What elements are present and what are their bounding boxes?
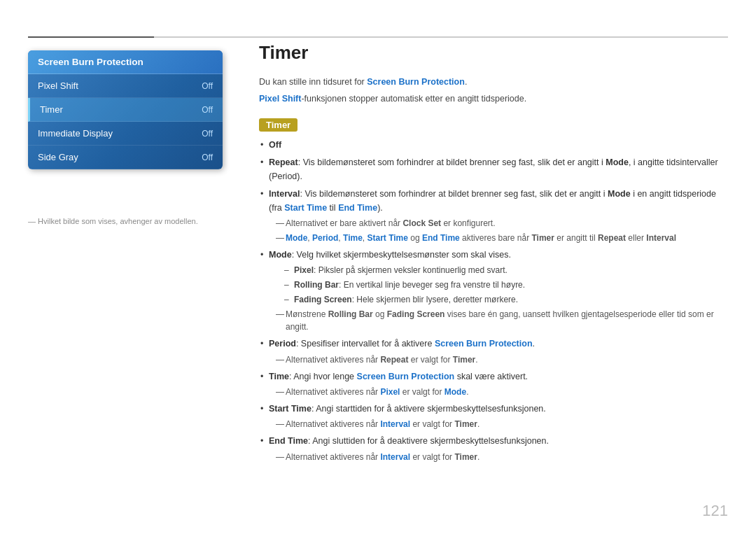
sidebar-title: Screen Burn Protection bbox=[28, 50, 223, 74]
time-pixel-ref: Pixel bbox=[380, 387, 400, 397]
fadingscreen-label: Fading Screen bbox=[294, 295, 352, 304]
period-repeat-ref: Repeat bbox=[380, 355, 408, 365]
list-item-time: Time: Angi hvor lenge Screen Burn Protec… bbox=[259, 370, 728, 398]
sidebar-item-pixelshift-label: Pixel Shift bbox=[38, 80, 78, 91]
section-header-timer: Timer bbox=[259, 118, 298, 132]
starttime-timer-ref: Timer bbox=[454, 419, 477, 429]
mode-sublist: Pixel: Piksler på skjermen veksler konti… bbox=[269, 264, 728, 306]
sidebar-item-sidegray-label: Side Gray bbox=[38, 152, 78, 162]
intro-sbp-link: Screen Burn Protection bbox=[367, 77, 465, 87]
mode-note: Mønstrene Rolling Bar og Fading Screen v… bbox=[269, 308, 728, 333]
mode-pixel: Pixel: Piksler på skjermen veksler konti… bbox=[283, 264, 728, 276]
intro-text-1: Du kan stille inn tidsuret for Screen Bu… bbox=[259, 75, 728, 89]
main-content: Timer Du kan stille inn tidsuret for Scr… bbox=[259, 42, 728, 506]
list-item-period: Period: Spesifiser intervallet for å akt… bbox=[259, 337, 728, 365]
page-title: Timer bbox=[259, 42, 728, 64]
starttime-note: Alternativet aktiveres når Interval er v… bbox=[269, 418, 728, 430]
sidebar-item-pixelshift[interactable]: Pixel Shift Off bbox=[28, 74, 223, 98]
repeat-ref-2: Repeat bbox=[598, 233, 626, 243]
clockset-ref: Clock Set bbox=[402, 218, 441, 228]
timer-ref-2: Timer bbox=[532, 233, 554, 243]
list-item-off: Off bbox=[259, 139, 728, 152]
sidebar-item-timer-value: Off bbox=[202, 105, 213, 115]
starttime-ref-2: Start Time bbox=[368, 233, 408, 243]
repeat-label: Repeat bbox=[269, 157, 298, 167]
time-mode-ref: Mode bbox=[444, 387, 466, 397]
endtime-timer-ref: Timer bbox=[454, 452, 477, 462]
period-sbp-ref: Screen Burn Protection bbox=[435, 339, 533, 349]
starttime-label: Start Time bbox=[269, 404, 312, 414]
sidebar: Screen Burn Protection Pixel Shift Off T… bbox=[28, 50, 223, 169]
sidebar-item-timer[interactable]: Timer Off bbox=[28, 98, 223, 122]
rollingbar-label: Rolling Bar bbox=[294, 280, 339, 290]
sidebar-item-immediatedisplay-label: Immediate Display bbox=[38, 128, 113, 139]
top-divider bbox=[28, 36, 728, 38]
endtime-label: End Time bbox=[269, 436, 308, 446]
sidebar-item-pixelshift-value: Off bbox=[202, 81, 213, 91]
rollingbar-ref: Rolling Bar bbox=[328, 309, 373, 319]
endtime-ref-2: End Time bbox=[422, 233, 460, 243]
endtime-interval-ref: Interval bbox=[380, 452, 410, 462]
endtime-note: Alternativet aktiveres når Interval er v… bbox=[269, 451, 728, 463]
sidebar-item-sidegray[interactable]: Side Gray Off bbox=[28, 146, 223, 169]
sidebar-panel: Screen Burn Protection Pixel Shift Off T… bbox=[28, 50, 223, 169]
sidebar-note: — Hvilket bilde som vises, avhenger av m… bbox=[28, 217, 198, 225]
list-item-interval: Interval: Vis bildemønsteret som forhind… bbox=[259, 188, 728, 244]
time-label: Time bbox=[269, 372, 289, 381]
interval-starttime-ref: Start Time bbox=[284, 203, 327, 213]
interval-label: Interval bbox=[269, 189, 300, 199]
list-item-mode: Mode: Velg hvilket skjermbeskyttelsesmøn… bbox=[259, 248, 728, 333]
interval-endtime-ref: End Time bbox=[338, 203, 377, 213]
interval-note-1: Alternativet er bare aktivert når Clock … bbox=[269, 217, 728, 230]
intro-pixelshift-label: Pixel Shift bbox=[259, 94, 301, 104]
period-timer-ref: Timer bbox=[453, 355, 475, 365]
mode-rollingbar: Rolling Bar: En vertikal linje beveger s… bbox=[283, 279, 728, 291]
period-note: Alternativet aktiveres når Repeat er val… bbox=[269, 353, 728, 366]
mode-label: Mode bbox=[269, 250, 292, 260]
list-item-starttime: Start Time: Angi starttiden for å aktive… bbox=[259, 402, 728, 430]
interval-mode-ref: Mode bbox=[608, 189, 631, 199]
sidebar-item-immediatedisplay-value: Off bbox=[202, 129, 213, 139]
sidebar-item-immediatedisplay[interactable]: Immediate Display Off bbox=[28, 122, 223, 146]
page-number: 121 bbox=[702, 502, 728, 520]
interval-ref-2: Interval bbox=[646, 233, 676, 243]
list-item-endtime: End Time: Angi sluttiden for å deaktiver… bbox=[259, 435, 728, 463]
period-label: Period bbox=[269, 339, 296, 349]
period-ref-2: Period bbox=[312, 233, 338, 243]
pixel-label: Pixel bbox=[294, 265, 314, 275]
mode-ref-2: Mode bbox=[286, 233, 307, 243]
mode-fadingscreen: Fading Screen: Hele skjermen blir lysere… bbox=[283, 293, 728, 306]
time-note: Alternativet aktiveres når Pixel er valg… bbox=[269, 386, 728, 398]
intro-text-2: Pixel Shift-funksjonen stopper automatis… bbox=[259, 92, 728, 106]
interval-note-2: Mode, Period, Time, Start Time og End Ti… bbox=[269, 232, 728, 244]
sidebar-item-sidegray-value: Off bbox=[202, 153, 213, 162]
bullet-list: Off Repeat: Vis bildemønsteret som forhi… bbox=[259, 139, 728, 463]
time-sbp-ref: Screen Burn Protection bbox=[357, 372, 455, 381]
sidebar-item-timer-label: Timer bbox=[40, 104, 63, 115]
fadingscreen-ref: Fading Screen bbox=[387, 309, 445, 319]
time-ref-2: Time bbox=[343, 233, 363, 243]
off-label: Off bbox=[269, 140, 281, 150]
repeat-mode-ref: Mode bbox=[606, 157, 629, 167]
starttime-interval-ref: Interval bbox=[380, 419, 410, 429]
list-item-repeat: Repeat: Vis bildemønsteret som forhindre… bbox=[259, 156, 728, 183]
